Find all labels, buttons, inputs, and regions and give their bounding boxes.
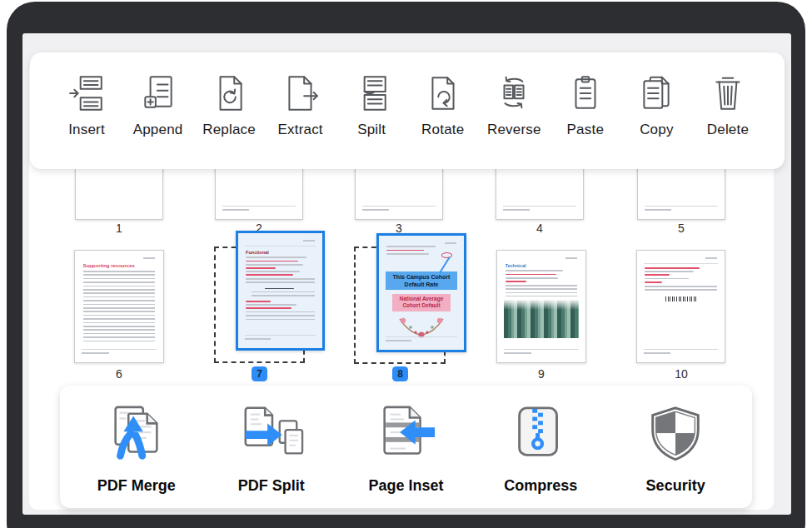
tools-panel: PDF Merge PDF Split [60, 386, 752, 508]
page-thumbnail-10[interactable] [636, 250, 725, 363]
pdf-split-button[interactable]: PDF Split [213, 403, 330, 495]
split-icon [352, 74, 391, 116]
page-content: This Campus Cohort Default Rate National… [379, 236, 464, 350]
compress-button[interactable]: Compress [482, 403, 599, 495]
highlighted-title: This Campus Cohort Default Rate [386, 271, 457, 290]
toolbar-button-append[interactable]: Append [123, 74, 193, 138]
security-button[interactable]: Security [617, 403, 734, 495]
toolbar-label: Spilt [357, 122, 386, 138]
toolbar-button-insert[interactable]: Insert [52, 74, 122, 138]
compress-icon [508, 403, 573, 471]
annotation-oval [441, 252, 452, 258]
toolbar-label: Paste [567, 122, 604, 138]
page-thumbnail-9[interactable]: Technical [496, 250, 586, 363]
copy-icon [637, 74, 675, 116]
page-content: Functional [238, 233, 322, 348]
toolbar-label: Reverse [487, 122, 541, 138]
toolbar-button-split[interactable]: Spilt [336, 74, 406, 138]
toolbar-label: Rotate [421, 122, 464, 138]
floral-wreath-graphic [395, 314, 448, 339]
tool-label: Compress [504, 477, 577, 495]
tool-label: PDF Merge [97, 477, 176, 495]
page-number: 5 [637, 222, 725, 235]
toolbar-label: Delete [707, 122, 749, 138]
replace-icon [210, 74, 248, 116]
toolbar-button-reverse[interactable]: Reverse [479, 74, 549, 138]
page-heading: Supporting resources [83, 263, 156, 268]
toolbar-label: Replace [202, 122, 256, 138]
toolbar-label: Extract [277, 122, 322, 138]
highlighted-subtitle: National Average Cohort Default [392, 294, 450, 311]
extract-icon [281, 74, 320, 116]
selected-page-badge: 8 [392, 366, 408, 381]
selected-page-badge: 7 [252, 366, 267, 381]
barcode-graphic [665, 296, 697, 301]
paste-icon [566, 74, 605, 116]
page-number: 4 [496, 222, 584, 235]
page-number: 1 [75, 222, 163, 235]
page-thumbnail-8-selected[interactable]: This Campus Cohort Default Rate National… [376, 233, 466, 352]
page-thumbnail-7-selected[interactable]: Functional [236, 231, 325, 351]
page-thumbnail-6[interactable]: Supporting resources [74, 250, 164, 363]
toolbar-button-replace[interactable]: Replace [194, 74, 264, 138]
toolbar: Insert Append Replace Extract Spilt [30, 52, 785, 169]
toolbar-button-delete[interactable]: Delete [693, 74, 763, 138]
toolbar-button-paste[interactable]: Paste [550, 74, 620, 138]
page-number: 9 [497, 367, 585, 381]
page-inset-button[interactable]: Page Inset [347, 403, 464, 495]
toolbar-label: Copy [640, 122, 674, 138]
toolbar-label: Append [133, 122, 183, 138]
reverse-icon [495, 74, 533, 116]
page-content: Supporting resources [75, 251, 163, 362]
insert-icon [67, 74, 106, 116]
page-content [637, 251, 725, 362]
page-content: Technical [497, 251, 585, 362]
page-heading: Functional [246, 250, 315, 255]
pdf-merge-button[interactable]: PDF Merge [78, 403, 195, 495]
page-inset-icon [373, 403, 438, 471]
tool-label: Security [646, 477, 705, 495]
tool-label: Page Inset [368, 477, 443, 495]
security-icon [643, 403, 708, 471]
pdf-split-icon [239, 403, 304, 471]
append-icon [139, 74, 177, 116]
toolbar-button-copy[interactable]: Copy [621, 74, 691, 138]
toolbar-button-extract[interactable]: Extract [266, 74, 336, 138]
forest-image [504, 300, 578, 338]
delete-icon [709, 74, 747, 116]
tool-label: PDF Split [238, 477, 305, 495]
page-number: 10 [637, 367, 725, 381]
pdf-merge-icon [104, 403, 169, 471]
page-heading: Technical [506, 263, 578, 268]
page-number: 6 [75, 367, 163, 381]
rotate-icon [424, 74, 462, 116]
toolbar-label: Insert [68, 122, 105, 138]
toolbar-button-rotate[interactable]: Rotate [408, 74, 478, 138]
